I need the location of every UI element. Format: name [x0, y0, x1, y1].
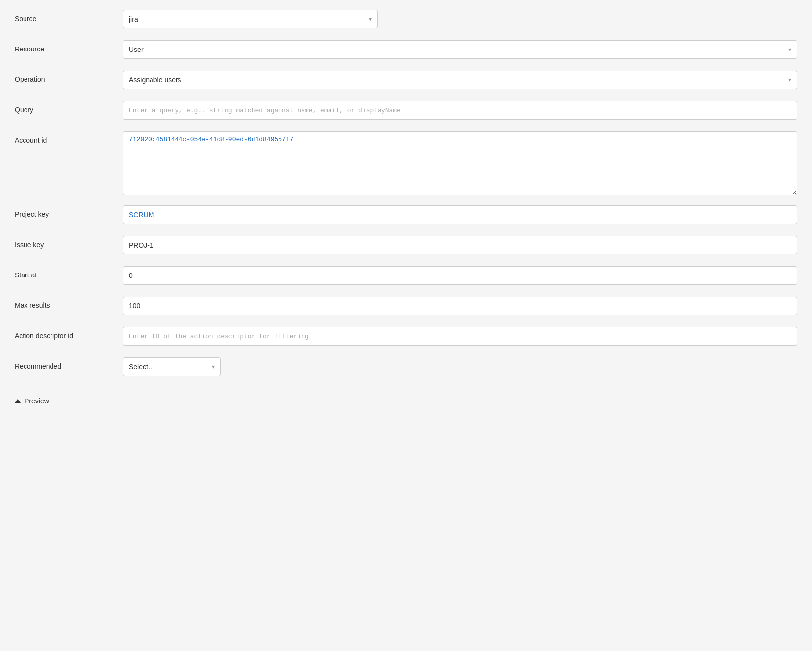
query-input[interactable] — [123, 101, 797, 120]
account-id-control-wrapper: 712020:4581444c-054e-41d8-90ed-6d1d84955… — [123, 131, 797, 197]
source-row: Source jira ▾ — [15, 10, 797, 31]
start-at-input[interactable] — [123, 266, 797, 285]
resource-select-wrapper: User ▾ — [123, 40, 797, 59]
source-select[interactable]: jira — [123, 10, 378, 28]
start-at-row: Start at — [15, 266, 797, 288]
query-row: Query — [15, 101, 797, 123]
resource-label: Resource — [15, 40, 123, 53]
account-id-row: Account id 712020:4581444c-054e-41d8-90e… — [15, 131, 797, 197]
operation-control-wrapper: Assignable users ▾ — [123, 71, 797, 89]
operation-label: Operation — [15, 71, 123, 83]
recommended-select-wrapper: Select.. ▾ — [123, 357, 221, 376]
project-key-row: Project key — [15, 205, 797, 227]
project-key-input[interactable] — [123, 205, 797, 224]
issue-key-control-wrapper — [123, 236, 797, 254]
source-select-wrapper: jira ▾ — [123, 10, 378, 28]
preview-title: Preview — [25, 397, 49, 405]
max-results-input[interactable] — [123, 297, 797, 315]
project-key-label: Project key — [15, 205, 123, 218]
action-descriptor-id-control-wrapper — [123, 327, 797, 346]
recommended-select[interactable]: Select.. — [123, 357, 221, 376]
operation-row: Operation Assignable users ▾ — [15, 71, 797, 92]
account-id-label: Account id — [15, 131, 123, 144]
recommended-control-wrapper: Select.. ▾ — [123, 357, 221, 376]
preview-section: Preview — [15, 389, 797, 413]
account-id-input[interactable]: 712020:4581444c-054e-41d8-90ed-6d1d84955… — [123, 131, 797, 195]
resource-row: Resource User ▾ — [15, 40, 797, 62]
preview-header[interactable]: Preview — [15, 397, 797, 405]
max-results-label: Max results — [15, 297, 123, 309]
query-label: Query — [15, 101, 123, 114]
recommended-label: Recommended — [15, 357, 123, 370]
recommended-row: Recommended Select.. ▾ — [15, 357, 797, 379]
max-results-control-wrapper — [123, 297, 797, 315]
action-descriptor-id-input[interactable] — [123, 327, 797, 346]
project-key-control-wrapper — [123, 205, 797, 224]
source-control-wrapper: jira ▾ — [123, 10, 378, 28]
resource-control-wrapper: User ▾ — [123, 40, 797, 59]
action-descriptor-id-label: Action descriptor id — [15, 327, 123, 340]
issue-key-label: Issue key — [15, 236, 123, 249]
resource-select[interactable]: User — [123, 40, 797, 59]
issue-key-row: Issue key — [15, 236, 797, 257]
operation-select-wrapper: Assignable users ▾ — [123, 71, 797, 89]
max-results-row: Max results — [15, 297, 797, 318]
issue-key-input[interactable] — [123, 236, 797, 254]
query-control-wrapper — [123, 101, 797, 120]
source-label: Source — [15, 10, 123, 23]
form-container: Source jira ▾ Resource User ▾ Operation — [0, 0, 812, 423]
action-descriptor-id-row: Action descriptor id — [15, 327, 797, 349]
start-at-label: Start at — [15, 266, 123, 279]
start-at-control-wrapper — [123, 266, 797, 285]
preview-expand-icon — [15, 399, 21, 403]
operation-select[interactable]: Assignable users — [123, 71, 797, 89]
